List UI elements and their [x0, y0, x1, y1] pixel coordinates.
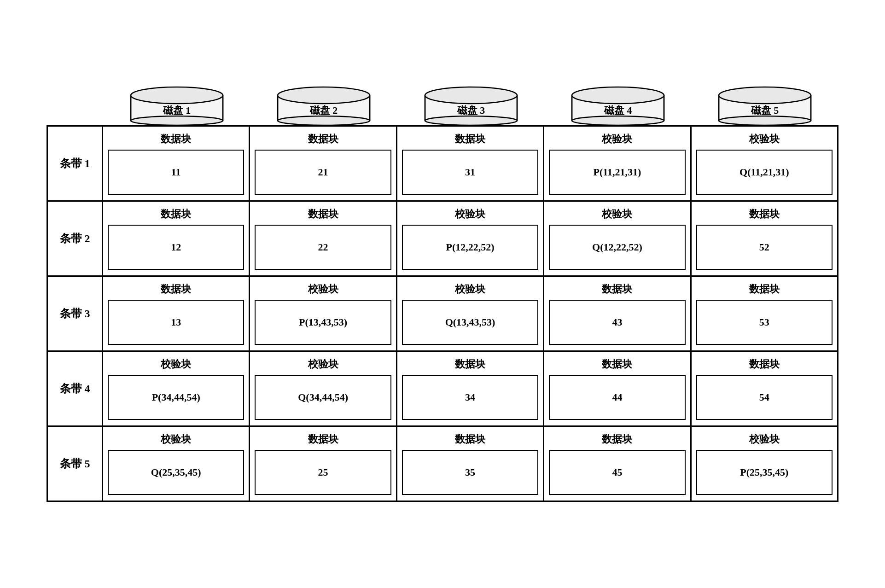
block-value-s4-d1: P(34,44,54) — [108, 375, 244, 420]
svg-text:磁盘 3: 磁盘 3 — [456, 105, 485, 116]
cell-s5-d2: 数据块25 — [250, 427, 397, 501]
svg-point-1 — [131, 116, 223, 125]
block-value-s4-d4: 44 — [549, 375, 685, 420]
block-type-s2-d3: 校验块 — [455, 207, 485, 221]
cell-s2-d4: 校验块Q(12,22,52) — [544, 202, 691, 275]
block-value-s5-d3: 35 — [402, 450, 538, 495]
block-type-s4-d3: 数据块 — [455, 357, 485, 371]
stripe-label-1: 条带 1 — [48, 127, 103, 200]
svg-text:磁盘 2: 磁盘 2 — [309, 105, 338, 116]
disk-header-1: 磁盘 1 — [103, 86, 250, 125]
stripe-label-2: 条带 2 — [48, 202, 103, 275]
stripe-disk-cells-4: 校验块P(34,44,54)校验块Q(34,44,54)数据块34数据块44数据… — [103, 352, 837, 425]
block-value-s2-d2: 22 — [255, 225, 391, 270]
cell-s3-d3: 校验块Q(13,43,53) — [397, 277, 544, 350]
block-type-s1-d2: 数据块 — [308, 132, 338, 146]
svg-point-13 — [425, 116, 517, 125]
cell-s5-d5: 校验块P(25,35,45) — [692, 427, 837, 501]
block-value-s4-d2: Q(34,44,54) — [255, 375, 391, 420]
svg-point-4 — [131, 87, 223, 104]
cell-s2-d2: 数据块22 — [250, 202, 397, 275]
stripe-table: 条带 1数据块11数据块21数据块31校验块P(11,21,31)校验块Q(11… — [47, 125, 838, 502]
svg-point-25 — [719, 116, 811, 125]
block-type-s3-d4: 数据块 — [602, 282, 632, 296]
cell-s5-d4: 数据块45 — [544, 427, 691, 501]
block-value-s4-d3: 34 — [402, 375, 538, 420]
stripe-row-3: 条带 3数据块13校验块P(13,43,53)校验块Q(13,43,53)数据块… — [48, 277, 837, 352]
block-value-s3-d2: P(13,43,53) — [255, 300, 391, 345]
cell-s2-d3: 校验块P(12,22,52) — [397, 202, 544, 275]
cell-s1-d5: 校验块Q(11,21,31) — [692, 127, 837, 200]
cell-s4-d2: 校验块Q(34,44,54) — [250, 352, 397, 425]
block-value-s2-d5: 52 — [696, 225, 833, 270]
svg-point-22 — [572, 87, 664, 104]
block-type-s5-d4: 数据块 — [602, 432, 632, 446]
block-value-s5-d1: Q(25,35,45) — [108, 450, 244, 495]
svg-text:磁盘 5: 磁盘 5 — [751, 105, 779, 116]
disk-header-5: 磁盘 5 — [692, 86, 838, 125]
block-value-s2-d1: 12 — [108, 225, 244, 270]
block-type-s2-d1: 数据块 — [161, 207, 191, 221]
stripe-row-1: 条带 1数据块11数据块21数据块31校验块P(11,21,31)校验块Q(11… — [48, 127, 837, 202]
block-type-s1-d5: 校验块 — [749, 132, 780, 146]
cell-s5-d1: 校验块Q(25,35,45) — [103, 427, 250, 501]
block-value-s1-d5: Q(11,21,31) — [696, 150, 833, 195]
diagram: 磁盘 1磁盘 2磁盘 3磁盘 4磁盘 5条带 1数据块11数据块21数据块31校… — [28, 77, 857, 511]
cell-s1-d1: 数据块11 — [103, 127, 250, 200]
cell-s3-d5: 数据块53 — [692, 277, 837, 350]
block-type-s4-d1: 校验块 — [161, 357, 191, 371]
block-type-s3-d3: 校验块 — [455, 282, 485, 296]
cell-s4-d5: 数据块54 — [692, 352, 837, 425]
block-type-s2-d4: 校验块 — [602, 207, 632, 221]
cell-s3-d4: 数据块43 — [544, 277, 691, 350]
block-type-s5-d3: 数据块 — [455, 432, 485, 446]
cell-s5-d3: 数据块35 — [397, 427, 544, 501]
block-type-s4-d5: 数据块 — [749, 357, 780, 371]
block-type-s1-d1: 数据块 — [161, 132, 191, 146]
block-value-s2-d4: Q(12,22,52) — [549, 225, 685, 270]
cell-s1-d4: 校验块P(11,21,31) — [544, 127, 691, 200]
block-value-s3-d5: 53 — [696, 300, 833, 345]
stripe-disk-cells-3: 数据块13校验块P(13,43,53)校验块Q(13,43,53)数据块43数据… — [103, 277, 837, 350]
block-value-s1-d2: 21 — [255, 150, 391, 195]
svg-text:磁盘 1: 磁盘 1 — [162, 105, 191, 116]
block-type-s2-d5: 数据块 — [749, 207, 780, 221]
cell-s4-d4: 数据块44 — [544, 352, 691, 425]
block-type-s5-d1: 校验块 — [161, 432, 191, 446]
stripe-disk-cells-5: 校验块Q(25,35,45)数据块25数据块35数据块45校验块P(25,35,… — [103, 427, 837, 501]
stripe-label-3: 条带 3 — [48, 277, 103, 350]
cell-s3-d2: 校验块P(13,43,53) — [250, 277, 397, 350]
stripe-disk-cells-2: 数据块12数据块22校验块P(12,22,52)校验块Q(12,22,52)数据… — [103, 202, 837, 275]
stripe-row-5: 条带 5校验块Q(25,35,45)数据块25数据块35数据块45校验块P(25… — [48, 427, 837, 501]
cell-s2-d5: 数据块52 — [692, 202, 837, 275]
cell-s3-d1: 数据块13 — [103, 277, 250, 350]
disk-header-4: 磁盘 4 — [544, 86, 691, 125]
block-type-s4-d4: 数据块 — [602, 357, 632, 371]
cell-s1-d3: 数据块31 — [397, 127, 544, 200]
stripe-row-4: 条带 4校验块P(34,44,54)校验块Q(34,44,54)数据块34数据块… — [48, 352, 837, 427]
block-value-s3-d1: 13 — [108, 300, 244, 345]
block-type-s3-d5: 数据块 — [749, 282, 780, 296]
cell-s4-d3: 数据块34 — [397, 352, 544, 425]
stripe-label-4: 条带 4 — [48, 352, 103, 425]
block-type-s3-d2: 校验块 — [308, 282, 338, 296]
block-type-s1-d3: 数据块 — [455, 132, 485, 146]
block-value-s5-d4: 45 — [549, 450, 685, 495]
block-type-s5-d2: 数据块 — [308, 432, 338, 446]
disk-header-2: 磁盘 2 — [250, 86, 397, 125]
block-type-s1-d4: 校验块 — [602, 132, 632, 146]
block-value-s1-d4: P(11,21,31) — [549, 150, 685, 195]
stripe-label-5: 条带 5 — [48, 427, 103, 501]
block-value-s2-d3: P(12,22,52) — [402, 225, 538, 270]
svg-point-16 — [425, 87, 517, 104]
block-value-s5-d2: 25 — [255, 450, 391, 495]
block-type-s5-d5: 校验块 — [749, 432, 780, 446]
svg-point-19 — [572, 116, 664, 125]
svg-point-7 — [278, 116, 370, 125]
stripe-disk-cells-1: 数据块11数据块21数据块31校验块P(11,21,31)校验块Q(11,21,… — [103, 127, 837, 200]
block-type-s3-d1: 数据块 — [161, 282, 191, 296]
block-type-s2-d2: 数据块 — [308, 207, 338, 221]
cell-s4-d1: 校验块P(34,44,54) — [103, 352, 250, 425]
block-value-s3-d4: 43 — [549, 300, 685, 345]
block-value-s5-d5: P(25,35,45) — [696, 450, 833, 495]
